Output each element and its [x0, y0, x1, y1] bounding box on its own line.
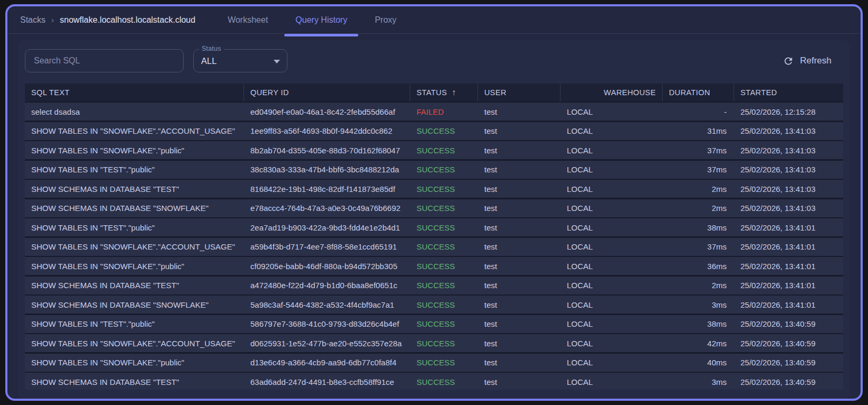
tab[interactable]: Query History [287, 6, 355, 34]
cell-sql-text: SHOW TABLES IN "SNOWFLAKE"."public" [25, 354, 244, 372]
cell-duration: 37ms [663, 141, 734, 159]
cell-user: test [478, 296, 560, 314]
sort-ascending-icon: ↑ [451, 88, 456, 97]
cell-query-id: a59b4f3b-d717-4ee7-8f88-58e1ccd65191 [244, 238, 410, 256]
tab[interactable]: Worksheet [220, 6, 276, 34]
toolbar: Status ALL Refresh [25, 49, 843, 72]
column-header-label: QUERY ID [250, 88, 289, 97]
column-header-label: STARTED [740, 88, 777, 97]
cell-warehouse: LOCAL [560, 103, 663, 121]
cell-started: 25/02/2026, 13:40:59 [734, 354, 843, 372]
table-row[interactable]: SHOW SCHEMAS IN DATABASE "SNOWFLAKE" e78… [25, 199, 843, 217]
cell-query-id: 38c830a3-333a-47b4-bbf6-3bc8488212da [244, 161, 410, 179]
cell-sql-text: SHOW TABLES IN "SNOWFLAKE"."ACCOUNT_USAG… [25, 334, 244, 352]
status-select-label: Status [199, 45, 224, 52]
cell-query-id: e78accc4-764b-47a3-a0e3-0c49a76b6692 [244, 199, 410, 217]
cell-user: test [478, 141, 560, 159]
cell-user: test [478, 238, 560, 256]
cell-started: 25/02/2026, 13:41:03 [734, 161, 843, 179]
cell-started: 25/02/2026, 13:40:59 [734, 373, 843, 390]
cell-user: test [478, 218, 560, 236]
column-header[interactable]: WAREHOUSE [560, 84, 663, 102]
table-row[interactable]: SHOW SCHEMAS IN DATABASE "TEST" 63ad6add… [25, 373, 843, 390]
cell-sql-text: SHOW SCHEMAS IN DATABASE "TEST" [25, 373, 244, 390]
cell-duration: 36ms [663, 257, 734, 275]
cell-warehouse: LOCAL [560, 141, 663, 159]
column-header[interactable]: USER [478, 84, 560, 102]
column-header[interactable]: STARTED [734, 84, 843, 102]
table-row[interactable]: SHOW SCHEMAS IN DATABASE "TEST" a472480e… [25, 277, 843, 294]
cell-query-id: 63ad6add-247d-4491-b8e3-ccfb58ff91ce [244, 373, 410, 390]
cell-started: 25/02/2026, 13:41:01 [734, 257, 843, 275]
breadcrumb: Stacks › snowflake.localhost.localstack.… [20, 15, 195, 25]
cell-duration: 37ms [663, 238, 734, 256]
cell-warehouse: LOCAL [560, 218, 663, 236]
column-header[interactable]: SQL TEXT [25, 84, 244, 102]
cell-status: SUCCESS [410, 277, 478, 294]
cell-query-id: cf09205e-babb-46df-880a-b94d572bb305 [244, 257, 410, 275]
table-row[interactable]: SHOW TABLES IN "SNOWFLAKE"."public" 8b2a… [25, 141, 843, 159]
status-select[interactable]: Status ALL [193, 49, 287, 72]
table-row[interactable]: SHOW TABLES IN "SNOWFLAKE"."ACCOUNT_USAG… [25, 238, 843, 256]
cell-duration: 2ms [663, 277, 734, 294]
tab-label: Query History [295, 15, 347, 25]
refresh-button[interactable]: Refresh [783, 56, 831, 67]
cell-duration: 37ms [663, 161, 734, 179]
table-row[interactable]: SHOW TABLES IN "TEST"."public" 2ea7ad19-… [25, 218, 843, 236]
cell-status: SUCCESS [410, 315, 478, 333]
cell-warehouse: LOCAL [560, 296, 663, 314]
table-row[interactable]: SHOW TABLES IN "SNOWFLAKE"."public" cf09… [25, 257, 843, 275]
table-row[interactable]: SHOW SCHEMAS IN DATABASE "TEST" 8168422e… [25, 180, 843, 198]
cell-sql-text: SHOW TABLES IN "SNOWFLAKE"."ACCOUNT_USAG… [25, 238, 244, 256]
table-header-row: SQL TEXT QUERY ID STATUS ↑ USER WAREHOUS… [25, 84, 843, 102]
cell-status: SUCCESS [410, 218, 478, 236]
cell-query-id: ed0490ef-e0a0-46a1-8c42-2febd55d66af [244, 103, 410, 121]
refresh-icon [783, 56, 794, 67]
cell-status: SUCCESS [410, 296, 478, 314]
cell-warehouse: LOCAL [560, 122, 663, 140]
tab[interactable]: Proxy [367, 6, 404, 34]
chevron-down-icon [274, 60, 280, 63]
search-input[interactable] [25, 49, 184, 72]
cell-warehouse: LOCAL [560, 373, 663, 390]
breadcrumb-current: snowflake.localhost.localstack.cloud [60, 15, 195, 25]
column-header[interactable]: STATUS ↑ [410, 84, 478, 102]
cell-duration: 31ms [663, 122, 734, 140]
cell-user: test [478, 180, 560, 198]
column-header[interactable]: DURATION [663, 84, 734, 102]
cell-started: 25/02/2026, 13:41:03 [734, 180, 843, 198]
table-row[interactable]: SHOW SCHEMAS IN DATABASE "SNOWFLAKE" 5a9… [25, 296, 843, 314]
cell-sql-text: SHOW SCHEMAS IN DATABASE "TEST" [25, 180, 244, 198]
cell-sql-text: SHOW TABLES IN "TEST"."public" [25, 218, 244, 236]
cell-query-id: 8b2ab704-d355-405e-88d3-70d162f68047 [244, 141, 410, 159]
cell-status: SUCCESS [410, 122, 478, 140]
table-row[interactable]: SHOW TABLES IN "SNOWFLAKE"."public" d13e… [25, 354, 843, 372]
tab-bar: Worksheet Query History Proxy [220, 6, 404, 34]
cell-started: 25/02/2026, 13:41:03 [734, 199, 843, 217]
cell-sql-text: SHOW TABLES IN "SNOWFLAKE"."public" [25, 257, 244, 275]
top-bar: Stacks › snowflake.localhost.localstack.… [7, 6, 861, 34]
cell-status: SUCCESS [410, 238, 478, 256]
cell-status: SUCCESS [410, 373, 478, 390]
table-row[interactable]: SHOW TABLES IN "SNOWFLAKE"."ACCOUNT_USAG… [25, 334, 843, 352]
breadcrumb-stacks-link[interactable]: Stacks [20, 15, 46, 25]
cell-warehouse: LOCAL [560, 161, 663, 179]
column-header-label: DURATION [669, 88, 710, 97]
table-row[interactable]: SHOW TABLES IN "TEST"."public" 586797e7-… [25, 315, 843, 333]
cell-status: SUCCESS [410, 334, 478, 352]
cell-user: test [478, 354, 560, 372]
cell-duration: 42ms [663, 334, 734, 352]
cell-query-id: 8168422e-19b1-498c-82df-f141873e85df [244, 180, 410, 198]
cell-user: test [478, 161, 560, 179]
column-header-label: STATUS [417, 88, 447, 97]
table-row[interactable]: SHOW TABLES IN "TEST"."public" 38c830a3-… [25, 161, 843, 179]
table-row[interactable]: select dsadsa ed0490ef-e0a0-46a1-8c42-2f… [25, 103, 843, 121]
column-header[interactable]: QUERY ID [244, 84, 410, 102]
table-row[interactable]: SHOW TABLES IN "SNOWFLAKE"."ACCOUNT_USAG… [25, 122, 843, 140]
cell-query-id: 2ea7ad19-b903-422a-9bd3-fdd4e1e2b4d1 [244, 218, 410, 236]
cell-sql-text: select dsadsa [25, 103, 244, 121]
cell-user: test [478, 257, 560, 275]
cell-started: 25/02/2026, 13:41:01 [734, 277, 843, 294]
cell-warehouse: LOCAL [560, 277, 663, 294]
cell-user: test [478, 334, 560, 352]
